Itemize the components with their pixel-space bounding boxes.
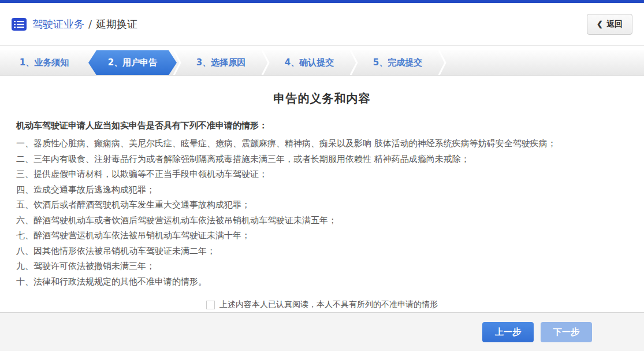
step-label: 3、选择原因 [196,57,245,68]
page-title: 申告的义务和内容 [16,91,628,106]
back-button-label: 返回 [606,19,623,29]
breadcrumb-business-link[interactable]: 驾驶证业务 [32,17,84,31]
declaration-checkbox-label[interactable]: 上述内容本人已认真阅读，本人不具有所列的不准申请的情形 [219,299,438,310]
license-list-icon [12,18,27,31]
step-1-business-notice: 1、业务须知 [0,50,88,75]
step-4-confirm-submit: 4、确认提交 [265,50,353,75]
declaration-checkbox[interactable] [206,301,215,309]
next-step-button[interactable]: 下一步 [541,322,592,342]
step-2-user-declaration: 2、用户申告 [88,50,177,75]
footer-action-bar: 上一步 下一步 [0,312,644,351]
breadcrumb: 驾驶证业务 / 延期换证 [32,17,137,31]
rule-item-3: 三、提供虚假申请材料，以欺骗等不正当手段申领机动车驾驶证； [16,167,628,182]
step-separator-icon [349,50,359,75]
step-5-finish-submit: 5、完成提交 [353,50,442,75]
declaration-intro: 机动车驾驶证申请人应当如实申告是否具有下列不准申请的情形： [16,120,628,131]
step-separator-icon [438,50,447,75]
breadcrumb-current: 延期换证 [96,17,137,31]
chevron-left-icon: ❮ [597,20,603,28]
rule-item-6: 六、醉酒驾驶机动车或者饮酒后驾驶营运机动车依法被吊销机动车驾驶证未满五年； [16,213,628,228]
declaration-content: 申告的义务和内容 机动车驾驶证申请人应当如实申告是否具有下列不准申请的情形： 一… [0,91,644,310]
step-label: 4、确认提交 [285,57,334,68]
step-separator-icon [261,50,270,75]
breadcrumb-separator: / [88,18,92,30]
previous-step-button[interactable]: 上一步 [482,322,534,342]
step-label: 2、用户申告 [108,57,157,68]
step-separator-icon [173,50,182,75]
rule-item-1: 一、器质性心脏病、癫痫病、美尼尔氏症、眩晕症、癔病、震颤麻痹、精神病、痴呆以及影… [16,136,628,151]
step-label: 1、业务须知 [20,57,69,68]
rule-item-8: 八、因其他情形依法被吊销机动车驾驶证未满二年； [16,243,628,259]
rule-item-10: 十、法律和行政法规规定的其他不准申请的情形。 [16,274,628,290]
back-button[interactable]: ❮ 返回 [587,14,632,35]
rule-item-4: 四、造成交通事故后逃逸构成犯罪； [16,182,628,198]
rule-item-7: 七、醉酒驾驶营运机动车依法被吊销机动车驾驶证未满十年； [16,228,628,243]
rule-item-9: 九、驾驶许可依法被撤销未满三年； [16,258,628,274]
step-bar-filler [442,50,644,75]
rule-list: 一、器质性心脏病、癫痫病、美尼尔氏症、眩晕症、癔病、震颤麻痹、精神病、痴呆以及影… [16,136,628,289]
step-3-select-reason: 3、选择原因 [177,50,265,75]
step-label: 5、完成提交 [373,57,422,68]
confirm-row: 上述内容本人已认真阅读，本人不具有所列的不准申请的情形 [16,299,628,310]
page-header: 驾驶证业务 / 延期换证 ❮ 返回 [0,3,644,46]
step-progress-bar: 1、业务须知 2、用户申告 3、选择原因 4、确认提交 5、完成提交 [0,50,644,76]
rule-item-5: 五、饮酒后或者醉酒驾驶机动车发生重大交通事故构成犯罪； [16,197,628,213]
rule-item-2: 二、三年内有吸食、注射毒品行为或者解除强制隔离戒毒措施未满三年，或者长期服用依赖… [16,151,628,167]
